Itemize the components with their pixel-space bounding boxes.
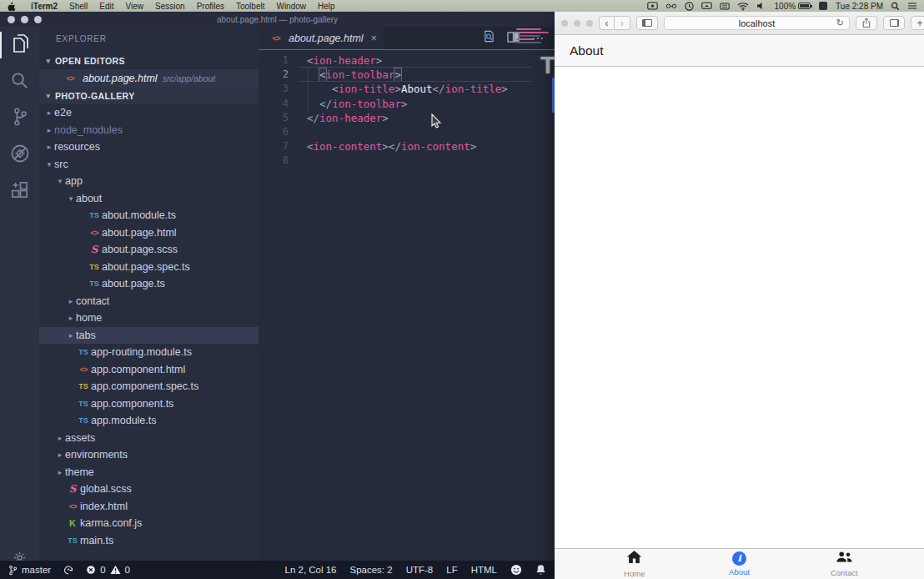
code-line-8[interactable]: 8 [259,154,555,168]
notification-center-icon[interactable] [907,0,917,12]
tab-overview-button[interactable] [883,16,905,30]
window-controls[interactable] [561,20,593,27]
tree-item-node_modules[interactable]: ▸node_modules [39,122,259,139]
minimize-window-button[interactable] [574,20,580,27]
activity-debug-off-icon[interactable] [0,137,39,174]
code-line-4[interactable]: 4 </ion-toolbar> [259,97,555,111]
tree-item-global.scss[interactable]: Sglobal.scss [39,481,259,498]
tree-item-about.page.html[interactable]: <>about.page.html [39,224,259,242]
errors-icon [86,565,96,575]
tree-item-app.component.html[interactable]: <>app.component.html [39,361,259,379]
git-branch-indicator[interactable]: master [8,565,51,576]
menubar-item-window[interactable]: Window [270,2,312,11]
tree-item-theme[interactable]: ▸theme [39,464,259,481]
tree-item-resources[interactable]: ▸resources [39,138,259,156]
tree-item-app.module.ts[interactable]: TSapp.module.ts [39,412,259,430]
close-window-button[interactable] [561,20,568,27]
tree-item-about.page.scss[interactable]: Sabout.page.scss [39,241,259,259]
menubar-item-edit[interactable]: Edit [93,2,119,11]
clock-icon[interactable] [685,0,694,12]
menubar-item-help[interactable]: Help [312,2,341,11]
editor-tab-bar: <> about.page.html × ⋯ [259,27,555,50]
tree-item-tabs[interactable]: ▸tabs [39,327,259,345]
minimap[interactable] [516,28,548,45]
tree-item-index.html[interactable]: <>index.html [39,498,259,516]
new-tab-button[interactable]: + [911,16,924,30]
tree-item-environments[interactable]: ▸environments [39,446,259,464]
tree-item-about.page.spec.ts[interactable]: TSabout.page.spec.ts [39,259,259,276]
tree-item-karma.conf.js[interactable]: Kkarma.conf.js [39,515,259,532]
eol-setting[interactable]: LF [446,565,457,575]
spotlight-search-icon[interactable] [891,0,900,12]
code-line-5[interactable]: 5</ion-header> [259,111,555,125]
code-line-6[interactable]: 6 [259,125,555,139]
reload-icon[interactable]: ↻ [836,18,844,28]
battery-indicator[interactable]: 100% [775,2,811,11]
tree-item-contact[interactable]: ▸contact [39,293,259,310]
tree-item-about.module.ts[interactable]: TSabout.module.ts [39,207,259,224]
close-tab-icon[interactable]: × [370,32,377,44]
tree-item-app.component.ts[interactable]: TSapp.component.ts [39,395,259,413]
app-status-icon[interactable] [819,2,827,10]
tree-item-home[interactable]: ▸home [39,310,259,327]
menubar-clock[interactable]: Tue 2:28 PM [836,2,883,11]
tree-item-e2e[interactable]: ▸e2e [39,104,259,122]
open-editors-section-header[interactable]: ▾ OPEN EDITORS [39,52,259,69]
sync-changes-button[interactable] [63,565,74,576]
vscode-titlebar[interactable]: about.page.html — photo-gallery [0,12,555,27]
glasses-icon[interactable] [665,0,677,12]
display-icon[interactable] [701,0,712,12]
encoding-setting[interactable]: UTF-8 [406,565,434,575]
open-editor-item[interactable]: <> about.page.html src/app/about [39,69,259,87]
tree-item-about.page.ts[interactable]: TSabout.page.ts [39,275,259,293]
menubar-item-shell[interactable]: Shell [63,2,93,11]
sidebar-toggle-button[interactable] [636,16,658,30]
tab-home[interactable]: Home [610,550,660,578]
apple-menu-icon[interactable] [7,1,17,11]
wifi-icon[interactable] [737,0,749,12]
back-button[interactable]: ‹ [599,16,615,30]
code-line-2[interactable]: 2 <ion-toolbar> [259,68,555,82]
code-line-7[interactable]: 7<ion-content></ion-content> [259,139,555,154]
activity-source-control-icon[interactable] [0,100,39,137]
tree-item-app[interactable]: ▾app [39,173,259,190]
screen-record-icon[interactable] [647,0,658,12]
project-section-header[interactable]: ▾ PHOTO-GALLERY [39,87,259,104]
tab-about[interactable]: iAbout [715,551,765,576]
tree-item-label: assets [65,432,95,444]
indentation-setting[interactable]: Spaces: 2 [350,565,393,575]
cursor-position[interactable]: Ln 2, Col 16 [285,565,337,575]
tree-item-main.ts[interactable]: TSmain.ts [39,532,259,550]
code-editor[interactable]: 1<ion-header>2 <ion-toolbar>3 <ion-title… [259,51,555,561]
share-button[interactable] [856,16,877,30]
tree-item-src[interactable]: ▾src [39,156,259,174]
code-line-1[interactable]: 1<ion-header> [259,53,555,68]
open-preview-icon[interactable] [483,30,495,46]
feedback-smiley-icon[interactable] [510,564,522,576]
address-bar[interactable]: localhost ↻ [664,16,850,30]
activity-files-icon[interactable] [0,27,39,63]
menubar-item-session[interactable]: Session [149,2,191,11]
zoom-window-button[interactable] [586,20,593,27]
language-mode[interactable]: HTML [471,565,497,575]
tree-item-app-routing.module.ts[interactable]: TSapp-routing.module.ts [39,344,259,361]
code-line-3[interactable]: 3 <ion-title>About</ion-title> [259,82,555,96]
tab-about-page-html[interactable]: <> about.page.html × [259,27,384,49]
tree-item-about[interactable]: ▾about [39,190,259,208]
notifications-bell-icon[interactable] [535,564,546,576]
problems-indicator[interactable]: 0 0 [86,565,130,575]
tab-contact[interactable]: Contact [819,551,869,577]
tree-item-label: tabs [76,330,96,341]
menubar-item-view[interactable]: View [120,2,150,11]
tab-label: Contact [831,568,858,577]
volume-icon[interactable] [756,0,766,12]
menubar-item-profiles[interactable]: Profiles [191,2,230,11]
activity-search-icon[interactable] [0,63,39,100]
forward-button[interactable]: › [615,16,630,30]
keyboard-icon[interactable] [720,0,730,12]
menubar-item-toolbelt[interactable]: Toolbelt [230,2,270,11]
tree-item-assets[interactable]: ▸assets [39,430,259,447]
tree-item-app.component.spec.ts[interactable]: TSapp.component.spec.ts [39,378,259,395]
menubar-app-name[interactable]: iTerm2 [25,2,63,11]
activity-extensions-icon[interactable] [0,174,39,210]
